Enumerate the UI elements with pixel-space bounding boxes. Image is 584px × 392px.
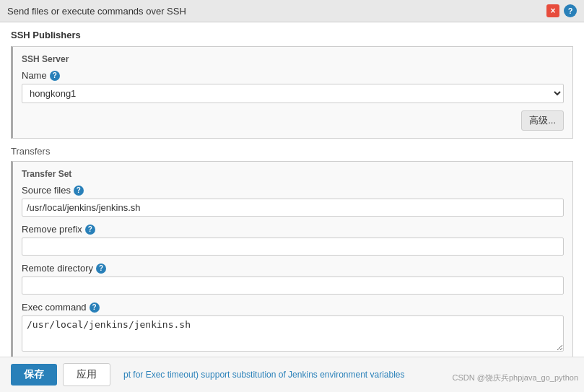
source-files-row: Source files ? [22, 185, 564, 217]
exec-command-help-icon[interactable]: ? [90, 302, 100, 313]
exec-command-input[interactable]: /usr/local/jenkins/jenkins.sh [22, 315, 564, 352]
ssh-publishers-label: SSH Publishers [11, 30, 573, 40]
transfers-label: Transfers [11, 146, 573, 157]
transfer-set-panel: Transfer Set Source files ? Remove prefi… [11, 161, 573, 357]
name-label: Name ? [22, 70, 564, 81]
remote-directory-help-icon[interactable]: ? [96, 263, 106, 274]
watermark: CSDN @饶庆兵phpjava_go_python [453, 373, 578, 383]
save-button[interactable]: 保存 [11, 364, 57, 386]
remove-prefix-label: Remove prefix ? [22, 224, 564, 235]
remove-prefix-row: Remove prefix ? [22, 224, 564, 256]
remote-directory-label: Remote directory ? [22, 263, 564, 274]
ssh-server-panel-title: SSH Server [22, 54, 564, 64]
transfer-set-title: Transfer Set [22, 169, 564, 179]
remote-directory-input[interactable] [22, 276, 564, 295]
remote-directory-row: Remote directory ? [22, 263, 564, 295]
top-bar-actions: × ? [546, 4, 577, 17]
name-help-icon[interactable]: ? [50, 71, 60, 81]
dialog-title: Send files or execute commands over SSH [7, 6, 186, 17]
ssh-server-panel: SSH Server Name ? hongkong1 高级... [11, 46, 573, 139]
bottom-info-text: pt for Exec timeout) support substitutio… [123, 370, 405, 380]
close-button[interactable]: × [546, 4, 559, 17]
advanced-btn-row: 高级... [22, 110, 564, 131]
ssh-server-name-select[interactable]: hongkong1 [22, 84, 564, 103]
exec-command-label: Exec command ? [22, 302, 564, 313]
content-area: SSH Publishers SSH Server Name ? hongkon… [0, 22, 584, 357]
source-files-help-icon[interactable]: ? [74, 186, 84, 196]
exec-command-row: Exec command ? /usr/local/jenkins/jenkin… [22, 302, 564, 354]
advanced-button[interactable]: 高级... [521, 110, 564, 131]
remove-prefix-help-icon[interactable]: ? [85, 225, 95, 235]
source-files-label: Source files ? [22, 185, 564, 196]
remove-prefix-input[interactable] [22, 238, 564, 256]
top-bar: Send files or execute commands over SSH … [0, 0, 584, 22]
source-files-input[interactable] [22, 199, 564, 217]
help-icon[interactable]: ? [564, 4, 577, 17]
apply-button[interactable]: 应用 [63, 363, 110, 386]
name-field-row: Name ? hongkong1 [22, 70, 564, 103]
